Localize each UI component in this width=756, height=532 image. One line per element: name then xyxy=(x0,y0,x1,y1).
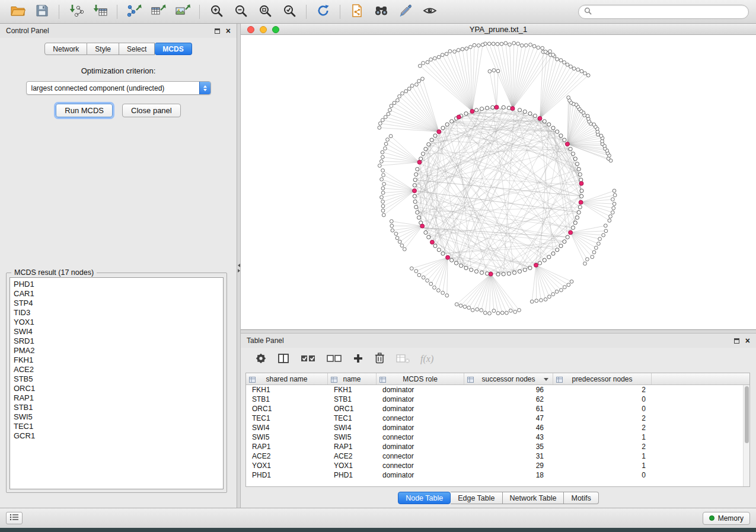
column-type-icon xyxy=(379,376,386,384)
table-settings-button[interactable] xyxy=(255,352,267,366)
node-table: shared name name MCDS role successo xyxy=(245,373,750,487)
create-column-button[interactable] xyxy=(352,352,364,366)
window-minimize-icon[interactable] xyxy=(260,26,267,33)
table-row[interactable]: RAP1 RAP1 dominator 35 2 xyxy=(246,442,749,451)
mcds-result-item[interactable]: PHD1 xyxy=(14,280,223,289)
cell-mcds-role: connector xyxy=(377,452,464,460)
export-network-button[interactable] xyxy=(123,3,145,21)
export-table-icon xyxy=(150,3,167,20)
scrollbar-thumb[interactable] xyxy=(745,386,749,443)
run-mcds-button[interactable]: Run MCDS xyxy=(56,104,113,117)
zoom-fit-button[interactable] xyxy=(254,3,276,21)
column-header-shared-name[interactable]: shared name xyxy=(246,373,328,384)
delete-column-button[interactable] xyxy=(374,352,385,366)
import-network-button[interactable] xyxy=(65,3,87,21)
mcds-result-item[interactable]: ORC1 xyxy=(14,384,223,393)
table-row[interactable]: YOX1 YOX1 connector 29 1 xyxy=(246,461,749,470)
table-row[interactable]: ACE2 ACE2 connector 31 1 xyxy=(246,451,749,461)
tab-edge-table[interactable]: Edge Table xyxy=(451,492,502,504)
table-row[interactable]: SWI5 SWI5 connector 43 1 xyxy=(246,432,749,442)
select-all-icon xyxy=(300,353,316,366)
zoom-out-button[interactable] xyxy=(230,3,251,21)
tab-node-table[interactable]: Node Table xyxy=(398,492,451,504)
network-titlebar[interactable]: YPA_prune.txt_1 xyxy=(241,24,756,35)
delete-table-button-disabled xyxy=(395,353,410,366)
sort-descending-icon[interactable] xyxy=(544,378,548,381)
float-panel-icon[interactable] xyxy=(734,338,739,344)
style-brush-button[interactable] xyxy=(395,3,416,21)
show-graphics-eye-button[interactable] xyxy=(419,3,441,21)
column-header-name[interactable]: name xyxy=(328,373,377,384)
search-input[interactable] xyxy=(595,8,743,16)
tab-select[interactable]: Select xyxy=(119,43,155,55)
import-table-button[interactable] xyxy=(90,3,111,21)
cell-predecessor-nodes: 2 xyxy=(553,424,652,432)
network-canvas[interactable] xyxy=(241,35,756,329)
unselect-all-button[interactable] xyxy=(326,353,342,366)
close-panel-button[interactable]: Close panel xyxy=(122,104,181,117)
tab-motifs[interactable]: Motifs xyxy=(564,492,598,504)
table-row[interactable]: SWI4 SWI4 dominator 46 2 xyxy=(246,423,749,432)
mcds-result-item[interactable]: TID3 xyxy=(14,308,223,318)
table-panel-title: Table Panel xyxy=(247,336,284,345)
search-box[interactable] xyxy=(578,5,749,19)
table-row[interactable]: ORC1 ORC1 dominator 61 0 xyxy=(246,404,749,414)
cell-name: PHD1 xyxy=(328,471,377,479)
task-history-button[interactable] xyxy=(6,512,23,524)
column-header-predecessor-nodes[interactable]: predecessor nodes xyxy=(553,373,652,384)
mcds-result-item[interactable]: STB5 xyxy=(14,374,223,384)
mcds-result-item[interactable]: RAP1 xyxy=(14,393,223,403)
save-session-button[interactable] xyxy=(31,3,53,21)
table-row[interactable]: STB1 STB1 dominator 62 0 xyxy=(246,395,749,404)
cell-successor-nodes: 43 xyxy=(464,433,553,441)
annotation-share-button[interactable] xyxy=(346,3,368,21)
memory-button[interactable]: Memory xyxy=(703,512,750,525)
cell-predecessor-nodes: 1 xyxy=(553,462,652,470)
find-binoculars-button[interactable] xyxy=(371,3,392,21)
vertical-splitter[interactable] xyxy=(237,24,241,508)
optimization-criterion-select[interactable]: largest connected component (undirected) xyxy=(26,81,211,95)
close-panel-icon[interactable]: × xyxy=(226,28,231,34)
mcds-result-item[interactable]: FKH1 xyxy=(14,355,223,365)
cell-mcds-role: connector xyxy=(377,414,464,422)
zoom-in-button[interactable] xyxy=(206,3,227,21)
column-header-successor-nodes[interactable]: successor nodes xyxy=(464,373,553,384)
mcds-result-item[interactable]: STB1 xyxy=(14,403,223,412)
mcds-result-item[interactable]: YOX1 xyxy=(14,318,223,327)
table-row[interactable]: FKH1 FKH1 dominator 96 2 xyxy=(246,385,749,395)
mcds-result-item[interactable]: SWI4 xyxy=(14,327,223,336)
mcds-result-list[interactable]: PHD1 CAR1 STP4 TID3 YOX1 SWI4 SRD1 PMA2 xyxy=(9,277,224,489)
table-scrollbar[interactable] xyxy=(743,385,749,486)
mcds-result-item[interactable]: CAR1 xyxy=(14,289,223,299)
network-window: YPA_prune.txt_1 xyxy=(241,24,756,330)
tab-style[interactable]: Style xyxy=(87,43,119,55)
window-zoom-icon[interactable] xyxy=(272,26,279,33)
mcds-result-item[interactable]: SRD1 xyxy=(14,336,223,346)
tab-network-table[interactable]: Network Table xyxy=(503,492,564,504)
table-panel-titlebar: Table Panel × xyxy=(241,334,756,348)
open-file-button[interactable] xyxy=(7,3,28,21)
cell-predecessor-nodes: 2 xyxy=(553,414,652,422)
mcds-result-item[interactable]: SWI5 xyxy=(14,412,223,422)
zoom-selected-button[interactable] xyxy=(279,3,300,21)
refresh-layout-button[interactable] xyxy=(312,3,334,21)
export-image-button[interactable] xyxy=(172,3,193,21)
float-panel-icon[interactable] xyxy=(215,28,220,34)
close-panel-icon[interactable]: × xyxy=(745,338,750,344)
select-all-button[interactable] xyxy=(300,353,316,366)
mcds-result-item[interactable]: STP4 xyxy=(14,299,223,308)
mcds-result-item[interactable]: TEC1 xyxy=(14,422,223,431)
tab-mcds[interactable]: MCDS xyxy=(155,43,192,55)
mcds-result-item[interactable]: PMA2 xyxy=(14,346,223,355)
tab-network[interactable]: Network xyxy=(44,43,87,55)
show-columns-button[interactable] xyxy=(277,352,290,366)
table-row[interactable]: TEC1 TEC1 connector 47 2 xyxy=(246,414,749,423)
export-table-button[interactable] xyxy=(148,3,169,21)
mcds-result-item[interactable]: ACE2 xyxy=(14,365,223,374)
mcds-result-item[interactable]: GCR1 xyxy=(14,431,223,441)
column-header-mcds-role[interactable]: MCDS role xyxy=(377,373,464,384)
zoom-selected-icon xyxy=(282,4,296,20)
table-row[interactable]: PHD1 PHD1 dominator 18 0 xyxy=(246,470,749,480)
splitter-grip-icon[interactable] xyxy=(237,264,241,273)
window-close-icon[interactable] xyxy=(247,26,254,33)
